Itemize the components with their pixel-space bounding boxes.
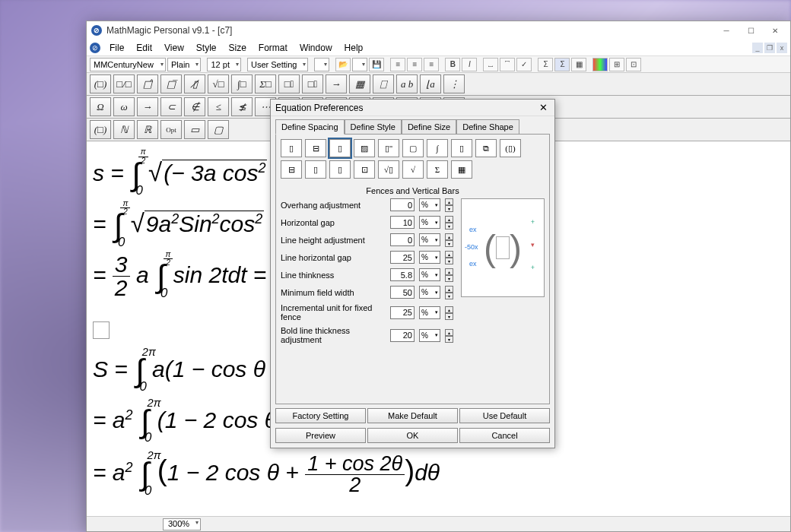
spacing-value-input[interactable] <box>390 233 415 246</box>
sp-icon-1[interactable]: ▯ <box>281 139 302 157</box>
mdi-restore[interactable]: ❐ <box>764 43 775 53</box>
user-setting-dropdown[interactable]: User Setting <box>247 58 309 71</box>
sym-arrow[interactable]: → <box>137 97 158 116</box>
menu-window[interactable]: Window <box>294 41 338 55</box>
spinner[interactable]: ▴▾ <box>445 198 453 211</box>
spinner[interactable]: ▴▾ <box>445 306 453 319</box>
mdi-close[interactable]: x <box>777 43 787 53</box>
size-dropdown[interactable]: 12 pt <box>207 58 240 71</box>
cancel-button[interactable]: Cancel <box>459 428 550 443</box>
sp-icon-15[interactable]: √▯ <box>378 160 399 179</box>
menu-help[interactable]: Help <box>338 41 370 55</box>
pal-dots[interactable]: ⋮ <box>443 74 465 93</box>
mdi-minimize[interactable]: _ <box>752 43 763 53</box>
sym-omega[interactable]: ω <box>113 97 135 116</box>
pal-floor[interactable]: ⌊a <box>420 74 441 93</box>
menu-size[interactable]: Size <box>223 41 253 55</box>
tab-define-spacing[interactable]: Define Spacing <box>275 119 345 135</box>
unit-dropdown[interactable]: % <box>419 251 440 264</box>
spinner[interactable]: ▴▾ <box>445 216 453 229</box>
open-icon[interactable]: 📂 <box>335 58 351 71</box>
pal-fence[interactable]: (□) <box>90 74 111 93</box>
maximize-button[interactable]: ☐ <box>739 22 763 39</box>
tab-define-shape[interactable]: Define Shape <box>456 119 519 135</box>
tab-define-style[interactable]: Define Style <box>345 119 402 135</box>
unit-dropdown[interactable]: % <box>419 233 440 246</box>
sp-icon-13[interactable]: ▯ <box>329 160 351 179</box>
sym-nleq[interactable]: ≰ <box>231 97 253 116</box>
pal-arrow[interactable]: → <box>326 74 347 93</box>
preview-button[interactable]: Preview <box>275 428 366 443</box>
sym-notin[interactable]: ∉ <box>184 97 205 116</box>
pal-bar[interactable]: □̅ <box>160 74 182 93</box>
tab-define-size[interactable]: Define Size <box>402 119 456 135</box>
btn-b[interactable]: ⎴ <box>500 58 515 71</box>
titlebar[interactable]: ⊘ MathMagic Personal v9.1 - [c7] ─ ☐ ✕ <box>87 21 790 40</box>
sp-icon-17[interactable]: Σ <box>427 160 448 179</box>
menu-edit[interactable]: Edit <box>130 41 158 55</box>
zoom-dropdown[interactable]: 300% <box>163 518 201 530</box>
spacing-value-input[interactable] <box>390 198 415 211</box>
spacing-value-input[interactable] <box>390 216 415 229</box>
align-center-icon[interactable]: ≡ <box>407 58 422 71</box>
bold-button[interactable]: B <box>445 58 460 71</box>
pal-sqrt[interactable]: √□ <box>208 74 229 93</box>
sp-icon-5[interactable]: ▯" <box>378 139 399 157</box>
unit-dropdown[interactable]: % <box>419 329 440 342</box>
unit-dropdown[interactable]: % <box>419 268 440 281</box>
spinner[interactable]: ▴▾ <box>445 329 453 342</box>
spacing-value-input[interactable] <box>390 286 415 299</box>
menu-style[interactable]: Style <box>190 41 223 55</box>
upal-N[interactable]: ℕ <box>113 120 135 139</box>
sp-icon-6[interactable]: ▢ <box>402 139 424 157</box>
spinner[interactable]: ▴▾ <box>445 233 453 246</box>
sp-icon-11[interactable]: ⊟ <box>281 160 302 179</box>
extra-dropdown[interactable] <box>314 58 329 71</box>
spacing-value-input[interactable] <box>390 251 415 264</box>
spacing-value-input[interactable] <box>390 329 415 342</box>
btn-e[interactable]: ⊡ <box>626 58 641 71</box>
pal-ab[interactable]: a b <box>396 74 418 93</box>
sp-icon-8[interactable]: ▯ <box>451 139 472 157</box>
sp-icon-10[interactable]: (▯) <box>500 139 521 157</box>
pal-strike[interactable]: ▯̸ <box>184 74 205 93</box>
sym-Omega[interactable]: Ω <box>90 97 111 116</box>
spinner[interactable]: ▴▾ <box>445 286 453 299</box>
upal-R[interactable]: ℝ <box>137 120 158 139</box>
dialog-close-button[interactable]: ✕ <box>536 102 550 113</box>
unit-dropdown[interactable]: % <box>419 198 440 211</box>
use-default-button[interactable]: Use Default <box>459 408 550 423</box>
pal-box[interactable]: ⎕ <box>373 74 394 93</box>
make-default-button[interactable]: Make Default <box>367 408 458 423</box>
menu-file[interactable]: File <box>103 41 130 55</box>
spacing-value-input[interactable] <box>390 268 415 281</box>
align-left-icon[interactable]: ≡ <box>390 58 405 71</box>
factory-setting-button[interactable]: Factory Setting <box>275 408 366 423</box>
btn-c[interactable]: ✓ <box>516 58 532 71</box>
style-dropdown[interactable]: Plain <box>167 58 201 71</box>
sp-icon-9[interactable]: ⧉ <box>475 139 497 157</box>
pal-frac[interactable]: □/□ <box>113 74 135 93</box>
spinner[interactable]: ▴▾ <box>445 251 453 264</box>
grid-icon[interactable]: ▦ <box>571 58 586 71</box>
italic-button[interactable]: I <box>462 58 477 71</box>
sp-icon-2[interactable]: ⊟ <box>305 139 326 157</box>
sp-icon-3[interactable]: ▯ <box>329 139 351 157</box>
pal-matrix[interactable]: ▦ <box>349 74 370 93</box>
pal-under[interactable]: □͟ <box>278 74 300 93</box>
sym-subset[interactable]: ⊂ <box>160 97 182 116</box>
close-button[interactable]: ✕ <box>763 22 787 39</box>
spinner[interactable]: ▴▾ <box>445 268 453 281</box>
sp-icon-4[interactable]: ▨ <box>354 139 375 157</box>
pal-vec[interactable]: □⃗ <box>302 74 323 93</box>
btn-d[interactable]: ⊞ <box>609 58 624 71</box>
open-dropdown[interactable] <box>352 58 367 71</box>
pal-int[interactable]: ∫□ <box>231 74 253 93</box>
btn-a[interactable]: ⎵ <box>483 58 498 71</box>
ok-button[interactable]: OK <box>367 428 458 443</box>
sp-icon-18[interactable]: ▦ <box>451 160 472 179</box>
sp-icon-7[interactable]: ∫ <box>427 139 448 157</box>
sigma-icon[interactable]: Σ <box>538 58 553 71</box>
unit-dropdown[interactable]: % <box>419 216 440 229</box>
upal-opt[interactable]: Opt <box>160 120 182 139</box>
